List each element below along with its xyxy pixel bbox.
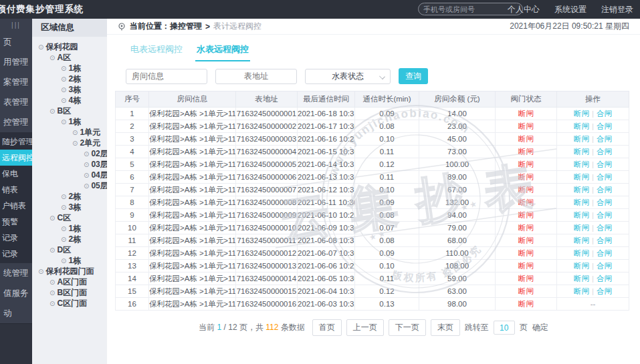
open-valve-link[interactable]: 合闸 bbox=[597, 236, 612, 244]
close-valve-link[interactable]: 断闸 bbox=[574, 287, 589, 295]
tree-node[interactable]: ⊙05层 bbox=[32, 180, 107, 191]
cell-time: 2021-06-16 10:29 bbox=[298, 133, 355, 146]
tab-water-meter-valve[interactable]: 水表远程阀控 bbox=[195, 41, 250, 61]
user-center-link[interactable]: 个人中心 bbox=[508, 4, 540, 15]
sidebar-item[interactable]: 记录 bbox=[0, 246, 32, 262]
sidebar-item[interactable]: 记录 bbox=[0, 230, 32, 246]
cell-dur: 0.13 bbox=[355, 298, 419, 311]
tree-node[interactable]: ⊙D区 bbox=[32, 244, 107, 255]
open-valve-link[interactable]: 合闸 bbox=[597, 122, 612, 130]
tree-node[interactable]: ⊙A区 bbox=[32, 52, 107, 63]
tree-node[interactable]: ⊙1栋 bbox=[32, 255, 107, 266]
sidebar-item[interactable]: 表管理 bbox=[0, 92, 32, 112]
tree-node[interactable]: ⊙1栋 bbox=[32, 116, 107, 127]
tree-node[interactable]: ⊙3栋 bbox=[32, 84, 107, 95]
first-page-button[interactable]: 首页 bbox=[312, 319, 342, 336]
cell-room: 保利花园>A栋 >1单元>1114 bbox=[149, 272, 236, 285]
logout-link[interactable]: 注销登录 bbox=[601, 4, 633, 15]
tree-node[interactable]: ⊙A区门面 bbox=[32, 277, 107, 287]
open-valve-link[interactable]: 合闸 bbox=[597, 110, 612, 118]
sidebar-item[interactable]: 控管理 bbox=[0, 112, 32, 132]
tree-node[interactable]: ⊙1单元 bbox=[32, 127, 107, 138]
prev-page-button[interactable]: 上一页 bbox=[346, 319, 384, 336]
tree-node[interactable]: ⊙03层 bbox=[32, 159, 107, 170]
open-valve-link[interactable]: 合闸 bbox=[597, 186, 612, 194]
open-valve-link[interactable]: 合闸 bbox=[597, 287, 612, 295]
sidebar-item[interactable]: 统管理 bbox=[0, 263, 32, 283]
sidebar-item[interactable]: 保电 bbox=[0, 166, 32, 182]
sidebar-item[interactable]: 动 bbox=[0, 303, 32, 323]
water-meter-status-select[interactable]: 水表状态 bbox=[305, 69, 391, 84]
cell-valve-status: 断闸 bbox=[496, 285, 557, 298]
close-valve-link[interactable]: 断闸 bbox=[574, 211, 589, 219]
cell-room: 保利花园>A栋 >1单元>1101 bbox=[149, 108, 236, 120]
cell-valve-status: 断闸 bbox=[496, 234, 557, 247]
tree-node[interactable]: ⊙1栋 bbox=[32, 63, 107, 73]
close-valve-link[interactable]: 断闸 bbox=[574, 122, 589, 130]
sidebar-item[interactable]: 随抄管理 bbox=[0, 134, 32, 150]
tree-node[interactable]: ⊙B区 bbox=[32, 106, 107, 116]
open-valve-link[interactable]: 合闸 bbox=[597, 211, 612, 219]
room-info-input[interactable] bbox=[126, 69, 207, 84]
jump-confirm-button[interactable]: 确定 bbox=[532, 322, 548, 333]
close-valve-link[interactable]: 断闸 bbox=[574, 262, 589, 270]
close-valve-link[interactable]: 断闸 bbox=[574, 249, 589, 257]
close-valve-link[interactable]: 断闸 bbox=[574, 236, 589, 244]
menu-collapse-icon[interactable]: ||| bbox=[0, 19, 32, 32]
tree-node[interactable]: ⊙2栋 bbox=[32, 191, 107, 202]
system-settings-link[interactable]: 系统设置 bbox=[554, 4, 586, 15]
tree-node[interactable]: ⊙2栋 bbox=[32, 234, 107, 244]
tree-node[interactable]: ⊙4栋 bbox=[32, 95, 107, 106]
tree-node[interactable]: ⊙02层 bbox=[32, 148, 107, 159]
tree-node[interactable]: ⊙2栋 bbox=[32, 73, 107, 84]
tree-node[interactable]: ⊙04层 bbox=[32, 170, 107, 180]
open-valve-link[interactable]: 合闸 bbox=[597, 148, 612, 156]
open-valve-link[interactable]: 合闸 bbox=[597, 275, 612, 283]
sidebar-item[interactable]: 销表 bbox=[0, 182, 32, 198]
tab-electric-meter-valve[interactable]: 电表远程阀控 bbox=[129, 41, 184, 61]
meter-address-input[interactable] bbox=[215, 69, 297, 84]
open-valve-link[interactable]: 合闸 bbox=[597, 198, 612, 206]
last-page-button[interactable]: 末页 bbox=[431, 319, 460, 336]
tree-node[interactable]: ⊙C区门面 bbox=[32, 298, 107, 309]
tree-node[interactable]: ⊙保利花园门面 bbox=[32, 266, 107, 277]
open-valve-link[interactable]: 合闸 bbox=[597, 160, 612, 168]
close-valve-link[interactable]: 断闸 bbox=[574, 275, 589, 283]
tree-node[interactable]: ⊙保利花园 bbox=[32, 41, 107, 52]
global-search-input[interactable] bbox=[423, 5, 518, 13]
sidebar-item[interactable]: 页 bbox=[0, 32, 32, 52]
next-page-button[interactable]: 下一页 bbox=[389, 319, 426, 336]
close-valve-link[interactable]: 断闸 bbox=[574, 110, 589, 118]
tree-node[interactable]: ⊙C区 bbox=[32, 212, 107, 223]
tree-node[interactable]: ⊙3栋 bbox=[32, 202, 107, 212]
open-valve-link[interactable]: 合闸 bbox=[597, 135, 612, 143]
sidebar-item-active[interactable]: 远程阀控 bbox=[0, 150, 32, 166]
cell-valve-status: 断闸 bbox=[496, 171, 557, 184]
open-valve-link[interactable]: 合闸 bbox=[597, 249, 612, 257]
tree-node[interactable]: ⊙1栋 bbox=[32, 223, 107, 234]
sidebar-item[interactable]: 预警 bbox=[0, 214, 32, 230]
tree-expand-icon: ⊙ bbox=[61, 75, 66, 83]
sidebar-item[interactable]: 值服务 bbox=[0, 283, 32, 303]
tree-expand-icon: ⊙ bbox=[49, 246, 55, 254]
tree-node[interactable]: ⊙2单元 bbox=[32, 138, 107, 148]
open-valve-link[interactable]: 合闸 bbox=[597, 173, 612, 181]
query-button[interactable]: 查询 bbox=[399, 68, 428, 84]
close-valve-link[interactable]: 断闸 bbox=[574, 148, 589, 156]
sidebar-item[interactable]: 户销表 bbox=[0, 198, 32, 214]
jump-page-input[interactable] bbox=[494, 321, 515, 335]
close-valve-link[interactable]: 断闸 bbox=[574, 173, 589, 181]
close-valve-link[interactable]: 断闸 bbox=[574, 135, 589, 143]
sidebar-item[interactable]: 案管理 bbox=[0, 72, 32, 92]
open-valve-link[interactable]: 合闸 bbox=[597, 224, 612, 232]
tree-node[interactable]: ⊙B区门面 bbox=[32, 287, 107, 298]
close-valve-link[interactable]: 断闸 bbox=[574, 160, 589, 168]
sidebar-item[interactable]: 用管理 bbox=[0, 52, 32, 72]
open-valve-link[interactable]: 合闸 bbox=[597, 262, 612, 270]
close-valve-link[interactable]: 断闸 bbox=[574, 224, 589, 232]
close-valve-link[interactable]: 断闸 bbox=[574, 198, 589, 206]
cell-room: 保利花园>A栋 >1单元>1105 bbox=[149, 158, 236, 171]
cell-bal: 67.00 bbox=[419, 184, 496, 196]
cell-room: 保利花园>A栋 >1单元>1102 bbox=[149, 120, 236, 133]
close-valve-link[interactable]: 断闸 bbox=[574, 186, 589, 194]
